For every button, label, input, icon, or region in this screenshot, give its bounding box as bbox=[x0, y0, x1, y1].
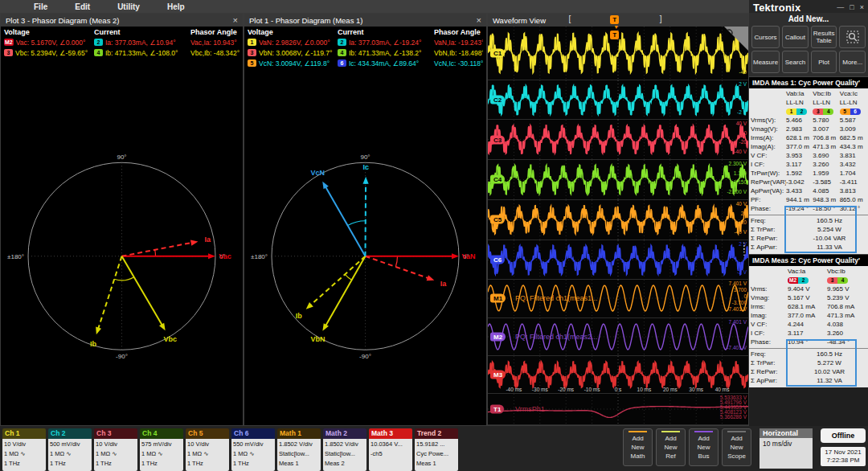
meas-table: Vab:IaVbc:IbVca:IcLL-LNLL-LNLL-LN123456V… bbox=[749, 88, 868, 215]
horizontal-panel[interactable]: Horizontal 10 ms/div bbox=[760, 428, 813, 469]
channel-badge-line: 10 V/div bbox=[187, 440, 227, 449]
trace-tag-C6[interactable]: C6 bbox=[490, 255, 505, 264]
meas-row: V CF:4.2444.038 bbox=[751, 320, 866, 329]
meas-row-label: Imag(A): bbox=[751, 142, 786, 151]
svg-text:±180°: ±180° bbox=[251, 253, 268, 260]
add-new-bus-button[interactable]: AddNewBus bbox=[689, 428, 719, 466]
zoom-tool-button[interactable] bbox=[839, 26, 866, 48]
legend-text: Ib: 471.33mA, ∠-138.2° bbox=[349, 49, 421, 57]
legend-text: Vbc,Ib: -48.342° bbox=[190, 49, 240, 57]
meas-badge-title[interactable]: IMDA Meas 1: Cyc Power Quality' bbox=[749, 76, 868, 88]
trace-tag-C3[interactable]: C3 bbox=[490, 135, 505, 144]
trace-row-C6[interactable]: C62 V-2 V bbox=[488, 240, 748, 281]
meas-col-header: Vbc:Ib bbox=[813, 89, 839, 98]
measure-button[interactable]: Measure bbox=[751, 51, 780, 73]
meas-col-header: Vca:Ic bbox=[840, 89, 866, 98]
trace-tag-C4[interactable]: C4 bbox=[490, 175, 505, 184]
minimize-icon[interactable]: — bbox=[837, 3, 844, 11]
more-button[interactable]: More... bbox=[839, 51, 866, 73]
trace-row-M3[interactable]: M3-40 ms-30 ms-20 ms-10 ms0 s10 ms20 ms3… bbox=[488, 356, 748, 394]
channel-badge-details: 1.8502 V/divStatic[low...Meas 1 bbox=[277, 439, 321, 471]
cursors-button[interactable]: Cursors bbox=[751, 26, 780, 48]
trace-row-C5[interactable]: C540 V20-20-40 V bbox=[488, 200, 748, 240]
trace-tag-M3[interactable]: M3 bbox=[490, 370, 506, 379]
plot3-close-icon[interactable]: × bbox=[233, 15, 238, 25]
source-badge-pair: 56 bbox=[840, 109, 861, 115]
menu-item-utility[interactable]: Utility bbox=[117, 2, 140, 11]
menu-bar: FileEditUtilityHelp bbox=[0, 0, 749, 13]
plot1-close-icon[interactable]: × bbox=[477, 15, 481, 25]
svg-text:20: 20 bbox=[741, 130, 747, 136]
meas-table: Vac:IaVbc:IbM2234Vrms:9.404 V9.965 VVmag… bbox=[749, 266, 868, 348]
panel-resize-handle[interactable]: ⋮⋮⋮ bbox=[740, 244, 748, 254]
channel-badge-ch4[interactable]: Ch 4575 mV/div1 MΩ ∿1 THz bbox=[140, 428, 183, 471]
menu-item-edit[interactable]: Edit bbox=[75, 2, 90, 11]
legend-text: Vac,Ia: 10.943° bbox=[190, 39, 237, 47]
menu-item-help[interactable]: Help bbox=[167, 2, 185, 11]
plot-button[interactable]: Plot bbox=[811, 51, 837, 73]
trace-row-T1[interactable]: T1VrmsPh15.533633 V5.491796 V5.449959 V5… bbox=[488, 394, 748, 425]
add-new-ref-button[interactable]: AddNewRef bbox=[656, 428, 686, 466]
trace-tag-C5[interactable]: C5 bbox=[490, 215, 505, 224]
plot1-header[interactable]: Plot 1 - Phasor Diagram (Meas 1) × bbox=[244, 14, 486, 27]
svg-text:±180°: ±180° bbox=[7, 253, 24, 260]
channel-badge-math3[interactable]: Math 310.0364 V...-ch5 bbox=[369, 428, 412, 471]
trace-tag-M2[interactable]: M2 bbox=[490, 332, 506, 341]
results-table-button[interactable]: Results Table bbox=[811, 26, 837, 48]
channel-badge-name: Ch 5 bbox=[186, 428, 229, 439]
trace-row-M2[interactable]: M2PQ: Filtered ch1(meas2...7.401 V-7.401… bbox=[488, 318, 748, 356]
add-new-scope-button[interactable]: AddNewScope bbox=[722, 428, 751, 466]
main-area: Plot 3 - Phasor Diagram (Meas 2) × Volta… bbox=[0, 13, 868, 426]
trigger-marker-level[interactable]: T bbox=[610, 31, 619, 39]
callout-button[interactable]: Callout bbox=[782, 26, 809, 48]
search-button[interactable]: Search bbox=[782, 51, 809, 73]
svg-text:VrmsPh1: VrmsPh1 bbox=[515, 405, 545, 413]
channel-badge-line: 1 THz bbox=[187, 459, 227, 469]
offline-button[interactable]: Offline bbox=[821, 428, 866, 443]
restore-icon[interactable]: □ bbox=[850, 3, 854, 11]
trace-row-M1[interactable]: M1PQ: Filtered ch1(meas1...7.401 V3.7000… bbox=[488, 280, 748, 317]
channel-badge-line: 1 MΩ ∿ bbox=[50, 449, 90, 459]
meas-value: 4.244 bbox=[788, 320, 827, 329]
meas-col-sub: LL-LN bbox=[813, 98, 839, 107]
add-new-math-button[interactable]: AddNewMath bbox=[623, 428, 653, 466]
meas-value: 1.592 bbox=[786, 169, 813, 178]
acq-bracket-right[interactable]: ] bbox=[660, 14, 662, 23]
trace-row-C4[interactable]: C42.300 V1.150-1.150-2.300 V bbox=[488, 160, 748, 200]
channel-badge-ch5[interactable]: Ch 510 V/div1 MΩ ∿1 THz bbox=[186, 428, 229, 471]
channel-badge-line: 1 THz bbox=[50, 459, 90, 469]
menu-item-file[interactable]: File bbox=[34, 2, 47, 11]
channel-badge-ch1[interactable]: Ch 110 V/div1 MΩ ∿1 THz bbox=[2, 428, 46, 471]
trace-tag-C2[interactable]: C2 bbox=[490, 96, 505, 104]
meas-row: M2234 bbox=[751, 276, 866, 285]
meas-value: 9.965 V bbox=[827, 285, 866, 293]
channel-badge-trend2[interactable]: Trend 215.9182 ...Cyc Powe...Meas 1 bbox=[415, 428, 458, 471]
channel-badge-ch6[interactable]: Ch 6550 mV/div1 MΩ ∿1 THz bbox=[231, 428, 275, 471]
meas-summary: Freq:160.5 HzΣ TrPwr:5.272 WΣ RePwr:10.0… bbox=[749, 348, 868, 387]
plot3-header[interactable]: Plot 3 - Phasor Diagram (Meas 2) × bbox=[1, 14, 243, 27]
trace-row-C3[interactable]: C340 V20-20-40 V bbox=[488, 120, 748, 160]
channel-badge-ch2[interactable]: Ch 2500 mV/div1 MΩ ∿1 THz bbox=[48, 428, 92, 471]
meas-row: RePwr(VAR):-3.042-3.585-3.411 bbox=[751, 178, 866, 186]
add-button-line: Add bbox=[624, 434, 652, 443]
plot1-title: Plot 1 - Phasor Diagram (Meas 1) bbox=[249, 16, 363, 25]
source-badge: 6 bbox=[338, 59, 346, 67]
trace-tag-T1[interactable]: T1 bbox=[490, 405, 504, 414]
channel-badge-line: Meas 1 bbox=[416, 459, 457, 469]
trace-tag-C1[interactable]: C1 bbox=[490, 48, 505, 57]
close-icon[interactable]: × bbox=[860, 3, 864, 11]
trace-tag-M1[interactable]: M1 bbox=[490, 294, 506, 303]
channel-badge-math2[interactable]: Math 21.8502 V/divStatic[low...Meas 2 bbox=[323, 428, 366, 471]
meas-badge-title[interactable]: IMDA Meas 2: Cyc Power Quality' bbox=[749, 254, 868, 266]
trace-row-C2[interactable]: C22 V-2 V bbox=[488, 80, 748, 121]
meas-value: 944.1 m bbox=[786, 195, 813, 204]
date-text: 17 Nov 2021 bbox=[825, 448, 861, 456]
channel-badge-line: 1 THz bbox=[141, 459, 182, 469]
meas-row-label: Vrms(V): bbox=[751, 116, 786, 125]
legend-cell: Vac,Ia: 10.943° bbox=[190, 38, 240, 48]
channel-badge-math1[interactable]: Math 11.8502 V/divStatic[low...Meas 1 bbox=[277, 428, 321, 471]
trigger-marker-top[interactable]: T bbox=[610, 15, 619, 24]
channel-badge-ch3[interactable]: Ch 310 V/div1 MΩ ∿1 THz bbox=[94, 428, 137, 471]
acq-bracket-left[interactable]: [ bbox=[568, 14, 571, 23]
channel-badge-name: Math 1 bbox=[277, 428, 321, 439]
